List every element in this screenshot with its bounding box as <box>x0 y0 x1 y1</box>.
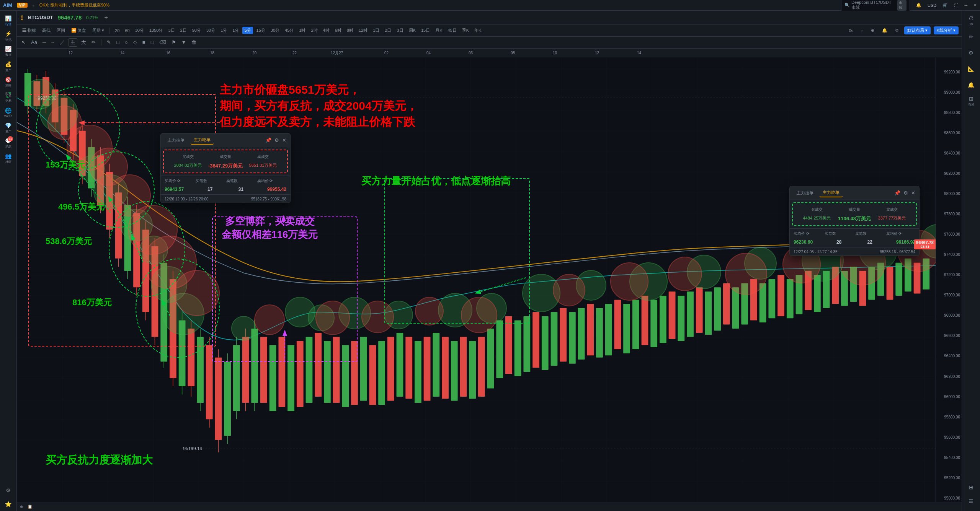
tf-45m[interactable]: 45分 <box>283 27 296 34</box>
tf-1m[interactable]: 1分 <box>219 27 229 34</box>
tf-qk[interactable]: 季K <box>460 27 471 34</box>
tf-30m2[interactable]: 30分 <box>204 27 217 34</box>
cart-icon[interactable]: 🛒 <box>942 3 948 8</box>
toolbar-indicators[interactable]: ☰ 指标 <box>20 27 38 34</box>
popup1-settings[interactable]: ⚙ <box>274 137 279 143</box>
tool3[interactable]: 🔔 <box>880 27 890 34</box>
bell-icon[interactable]: 🔔 <box>916 3 921 8</box>
right-icon-alert[interactable]: 🔔 <box>964 78 978 92</box>
right-icon-1s[interactable]: ⏱ 1s <box>964 14 978 28</box>
sidebar-item-vip-bottom[interactable]: ⭐ <box>2 497 15 511</box>
sidebar-item-data[interactable]: 📈 数据 <box>2 44 15 58</box>
ticker-add[interactable]: + <box>105 14 108 21</box>
popup1-close[interactable]: ✕ <box>282 137 286 143</box>
toolbar-range[interactable]: 区间 <box>54 27 67 34</box>
draw-pencil[interactable]: ✎ <box>105 39 113 46</box>
tf-60[interactable]: 60 <box>123 28 131 34</box>
draw-white[interactable]: □ <box>149 39 155 46</box>
tf-2d[interactable]: 2日 <box>178 27 189 34</box>
sidebar-item-portfolio[interactable]: 💎 资产 <box>2 121 15 135</box>
right-icon-edit[interactable]: ✏ <box>964 30 978 44</box>
popup1-pin[interactable]: 📌 <box>265 137 271 143</box>
minimize-icon[interactable]: ─ <box>964 3 967 8</box>
tf-90m[interactable]: 90分 <box>190 27 203 34</box>
sidebar-item-trade[interactable]: 💱 交易 <box>2 90 15 104</box>
toolbar-highlow[interactable]: 高低 <box>40 27 53 34</box>
tf-4h[interactable]: 4时 <box>321 27 332 34</box>
close-icon[interactable]: ✕ <box>973 3 977 8</box>
toolbar-replay[interactable]: ⏪ 复盘 <box>69 27 88 34</box>
right-icon-settings[interactable]: ⚙ <box>964 46 978 60</box>
tool4[interactable]: ⚙ <box>893 27 901 34</box>
sidebar-item-quotes[interactable]: 📊 行情 <box>2 14 15 28</box>
tf-45d[interactable]: 45日 <box>446 27 458 34</box>
chart-main[interactable]: 99250.00 95199.14 <box>17 48 962 502</box>
popup2-tab-hangdan[interactable]: 主力挂单 <box>794 189 817 197</box>
tf-6h[interactable]: 6时 <box>333 27 343 34</box>
popup1-tab-chidan[interactable]: 主力吃单 <box>191 136 214 145</box>
draw-circle[interactable]: ○ <box>123 39 129 46</box>
tf-15m[interactable]: 15分 <box>255 27 267 34</box>
tf-wk[interactable]: 周K <box>407 27 418 34</box>
right-icon-measure[interactable]: 📐 <box>964 62 978 76</box>
tf-1h[interactable]: 1时 <box>297 27 307 34</box>
sidebar-item-strategy[interactable]: 🎯 策略 <box>2 75 15 89</box>
bottom-icon1[interactable]: ⊕ <box>20 504 23 509</box>
draw-line2[interactable]: ／ <box>58 38 66 47</box>
tf-1350m[interactable]: 1350分 <box>147 27 165 34</box>
draw-big[interactable]: 大 <box>80 38 88 47</box>
tf-1m2[interactable]: 1分 <box>230 27 241 34</box>
draw-delete[interactable]: 🗑 <box>190 39 198 46</box>
popup2-settings[interactable]: ⚙ <box>903 190 908 196</box>
draw-pen[interactable]: ✏ <box>90 39 97 46</box>
tf-20[interactable]: 20 <box>113 28 121 34</box>
draw-shape[interactable]: ◇ <box>132 39 139 46</box>
popup2-pin[interactable]: 📌 <box>894 190 900 196</box>
draw-line[interactable]: ─ <box>41 39 47 46</box>
popup2-tab-chidan[interactable]: 主力吃单 <box>820 189 843 197</box>
sidebar-item-web3[interactable]: 🌐 Web3 <box>2 106 15 119</box>
tf-8h[interactable]: 8时 <box>345 27 355 34</box>
draw-rect[interactable]: □ <box>115 39 121 46</box>
tf-yk[interactable]: 年K <box>472 27 483 34</box>
tf-12h[interactable]: 12时 <box>357 27 369 34</box>
draw-flag[interactable]: ⚑ <box>170 39 178 46</box>
sidebar-item-settings[interactable]: ⚙ <box>2 483 15 497</box>
draw-cursor[interactable]: ↖ <box>20 39 27 46</box>
kanalysis-button2[interactable]: K线分析 ▾ <box>934 26 959 34</box>
kanalysis-button[interactable]: 默认布局 ▾ <box>904 26 931 34</box>
tf-30m3[interactable]: 30分 <box>269 27 281 34</box>
tf-2d2[interactable]: 2日 <box>383 27 393 34</box>
tf-mk[interactable]: 月K <box>433 27 444 34</box>
tf-3d[interactable]: 3日 <box>166 27 176 34</box>
portfolio-label: 资产 <box>5 129 11 133</box>
draw-filter[interactable]: ▼ <box>180 39 188 46</box>
tf-1d[interactable]: 1日 <box>371 27 381 34</box>
draw-fill[interactable]: ■ <box>141 39 147 46</box>
draw-eraser[interactable]: ⌫ <box>158 39 168 46</box>
tf-2h[interactable]: 2时 <box>309 27 319 34</box>
right-icon-bottom1[interactable]: ⊞ <box>964 480 978 494</box>
popup2-close[interactable]: ✕ <box>911 190 915 196</box>
search-box[interactable]: 🔍 Deepcoin BTC/USDT 永续 永续 <box>841 0 910 12</box>
tf-30m[interactable]: 30分 <box>133 27 146 34</box>
popup1-tab-hangdan[interactable]: 主力挂单 <box>165 136 188 144</box>
sidebar-item-messages[interactable]: 💬 51 消息 <box>2 136 15 150</box>
sidebar-item-assets[interactable]: 💰 资产 <box>2 60 15 73</box>
sidebar-item-flash[interactable]: ⚡ 快讯 <box>2 29 15 43</box>
draw-dash[interactable]: ╌ <box>50 39 56 46</box>
draw-aa[interactable]: Aa <box>29 39 39 46</box>
draw-label[interactable]: 主 <box>69 38 77 47</box>
right-icon-layout[interactable]: ⊞ 布局 <box>964 94 978 108</box>
toolbar-period[interactable]: 周期 ▾ <box>90 27 106 34</box>
currency-display[interactable]: USD <box>928 3 936 8</box>
right-icon-bottom2[interactable]: ☰ <box>964 494 978 508</box>
tool1[interactable]: ↕ <box>859 28 866 34</box>
tf-3d2[interactable]: 3日 <box>395 27 405 34</box>
tool2[interactable]: ⊕ <box>869 27 877 34</box>
tf-15d[interactable]: 15日 <box>419 27 432 34</box>
sidebar-item-community[interactable]: 👥 社区 <box>2 151 15 165</box>
tf-5m-active[interactable]: 5分 <box>242 27 253 34</box>
fullscreen-icon[interactable]: ⛶ <box>954 3 958 8</box>
bottom-icon2[interactable]: 📋 <box>28 504 32 509</box>
